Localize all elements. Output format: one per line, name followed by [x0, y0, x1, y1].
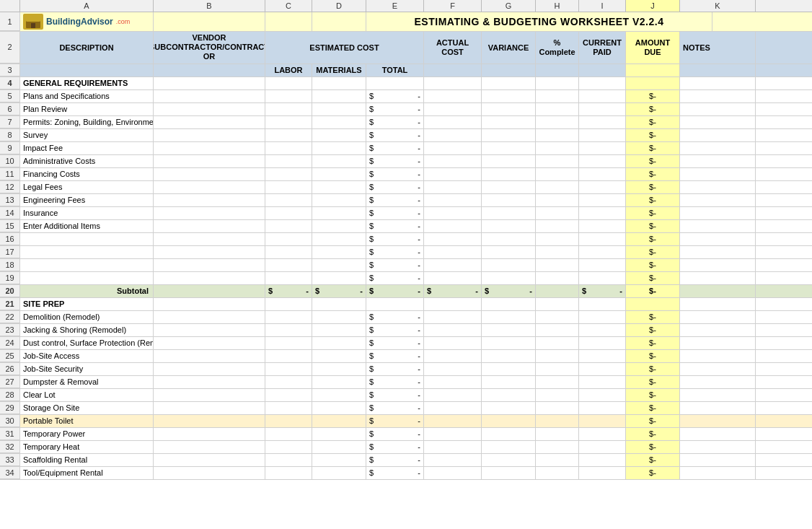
cell [579, 337, 626, 349]
desc-cell[interactable]: Demolition (Remodel) [20, 311, 154, 323]
row3-labor-text: LABOR [274, 66, 302, 74]
cell [579, 246, 626, 258]
desc-cell[interactable]: Dumpster & Removal [20, 376, 154, 388]
cell [680, 90, 756, 102]
desc-cell[interactable]: Financing Costs [20, 168, 154, 180]
dollar-cell: $- [579, 285, 626, 297]
dollar-cell: $- [366, 337, 424, 349]
dollar-cell: $- [366, 376, 424, 388]
desc-cell[interactable]: Plans and Specifications [20, 90, 154, 102]
hdr-vendor: VENDOR SUBCONTRACTOR/CONTRACT OR [154, 32, 265, 64]
desc-cell[interactable]: Job-Site Security [20, 363, 154, 375]
desc-cell[interactable]: Portable Toilet [20, 415, 154, 427]
desc-cell[interactable]: Temporary Power [20, 428, 154, 440]
dollar-cell: $- [626, 116, 680, 128]
dollar-cell: $- [366, 155, 424, 167]
cell [265, 259, 312, 271]
desc-cell[interactable]: Jacking & Shoring (Remodel) [20, 324, 154, 336]
cell [312, 194, 366, 206]
cell [312, 350, 366, 362]
cell [154, 350, 265, 362]
row-2: 2 DESCRIPTION VENDOR SUBCONTRACTOR/CONTR… [0, 32, 812, 64]
cell [312, 415, 366, 427]
row3-total: TOTAL [366, 64, 424, 76]
table-row: 32Temporary Heat$-$- [0, 441, 812, 454]
desc-cell[interactable]: GENERAL REQUIREMENTS [20, 77, 154, 89]
cell [536, 389, 579, 401]
cell [482, 142, 536, 154]
desc-cell[interactable] [20, 272, 154, 284]
desc-cell[interactable]: SITE PREP [20, 298, 154, 310]
cell [579, 428, 626, 440]
rownum-2: 2 [0, 32, 20, 64]
cell [579, 389, 626, 401]
cell [482, 168, 536, 180]
desc-cell[interactable]: Engineering Fees [20, 194, 154, 206]
dollar-cell: $- [626, 415, 680, 427]
desc-cell[interactable]: Temporary Heat [20, 441, 154, 453]
desc-cell[interactable]: Clear Lot [20, 389, 154, 401]
data-rows: 4GENERAL REQUIREMENTS5Plans and Specific… [0, 77, 812, 480]
desc-cell[interactable]: Enter Additional Items [20, 220, 154, 232]
cell [536, 415, 579, 427]
cell [154, 77, 265, 89]
cell [265, 168, 312, 180]
row3-materials: MATERIALS [312, 64, 366, 76]
row-num-cell: 26 [0, 363, 20, 375]
col-header-h: H [536, 0, 579, 12]
cell [482, 155, 536, 167]
table-row: 34Tool/Equipment Rental$-$- [0, 467, 812, 480]
col-header-e: E [366, 0, 424, 12]
desc-cell[interactable] [20, 233, 154, 245]
cell [536, 168, 579, 180]
cell [579, 467, 626, 479]
row3-f [424, 64, 482, 76]
table-row: 4GENERAL REQUIREMENTS [0, 77, 812, 90]
desc-cell[interactable]: Survey [20, 129, 154, 141]
cell [312, 389, 366, 401]
desc-cell[interactable]: Dust control, Surface Protection (Remode… [20, 337, 154, 349]
cell [265, 389, 312, 401]
desc-cell[interactable] [20, 259, 154, 271]
desc-cell[interactable]: Impact Fee [20, 142, 154, 154]
cell [482, 194, 536, 206]
cell [579, 155, 626, 167]
desc-cell[interactable]: Administrative Costs [20, 155, 154, 167]
cell [579, 142, 626, 154]
cell [680, 324, 756, 336]
cell [424, 415, 482, 427]
desc-cell[interactable] [20, 246, 154, 258]
desc-cell[interactable]: Subtotal [20, 285, 154, 297]
desc-cell[interactable]: Storage On Site [20, 402, 154, 414]
row-num-cell: 28 [0, 389, 20, 401]
desc-cell[interactable]: Permits: Zoning, Building, Environmental… [20, 116, 154, 128]
dollar-cell: $- [626, 181, 680, 193]
desc-cell[interactable]: Job-Site Access [20, 350, 154, 362]
cell [680, 363, 756, 375]
desc-cell[interactable]: Tool/Equipment Rental [20, 467, 154, 479]
desc-cell[interactable]: Insurance [20, 207, 154, 219]
dollar-cell: $- [626, 467, 680, 479]
cell [424, 311, 482, 323]
cell [154, 246, 265, 258]
dollar-cell: $- [626, 259, 680, 271]
table-row: 19$-$- [0, 272, 812, 285]
row3-j [626, 64, 680, 76]
cell [579, 272, 626, 284]
cell [579, 103, 626, 115]
cell [424, 90, 482, 102]
desc-cell[interactable]: Scaffolding Rental [20, 454, 154, 466]
row3-i [579, 64, 626, 76]
cell [536, 90, 579, 102]
cell [579, 363, 626, 375]
dollar-cell: $- [366, 116, 424, 128]
col-header-c: C [265, 0, 312, 12]
cell [482, 233, 536, 245]
cell [482, 207, 536, 219]
desc-cell[interactable]: Plan Review [20, 103, 154, 115]
cell [312, 441, 366, 453]
cell [265, 428, 312, 440]
desc-cell[interactable]: Legal Fees [20, 181, 154, 193]
cell [536, 298, 579, 310]
cell [265, 441, 312, 453]
